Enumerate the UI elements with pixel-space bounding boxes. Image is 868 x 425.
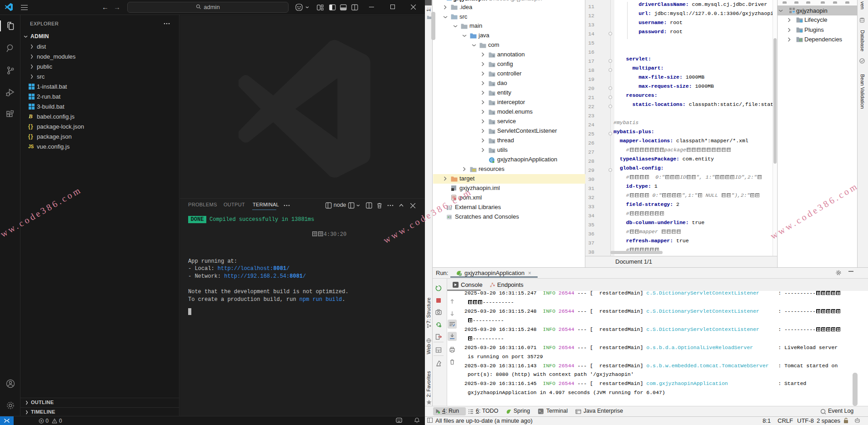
svg-text:m: m (793, 11, 795, 14)
